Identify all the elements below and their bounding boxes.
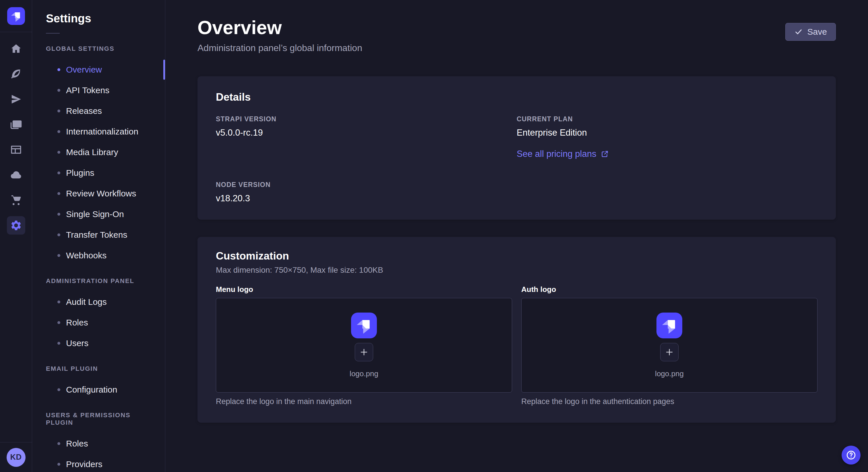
pricing-plans-link[interactable]: See all pricing plans: [517, 149, 609, 159]
menu-logo-caption: Replace the logo in the main navigation: [216, 397, 512, 406]
strapi-logo-icon: [7, 7, 25, 25]
paper-plane-icon: [10, 93, 22, 105]
subnav-item-releases[interactable]: Releases: [32, 101, 165, 121]
rail-user-section: KD: [0, 442, 32, 472]
images-icon: [10, 119, 22, 131]
home-icon: [10, 43, 22, 55]
details-card: Details STRAPI VERSION v5.0.0-rc.19 CURR…: [197, 76, 836, 220]
bullet-icon: [57, 68, 60, 71]
subnav-item-media-library[interactable]: Media Library: [32, 142, 165, 163]
nav-list-global-settings: Overview API Tokens Releases Internation…: [32, 59, 165, 266]
auth-logo-add-button[interactable]: [660, 343, 679, 361]
nav-content-type-builder[interactable]: [7, 65, 25, 83]
customization-card-title: Customization: [216, 250, 817, 262]
main-content: Overview Administration panel’s global i…: [165, 0, 868, 472]
nav-marketplace[interactable]: [7, 191, 25, 209]
nav-deploy[interactable]: [7, 166, 25, 184]
menu-logo-label: Menu logo: [216, 285, 512, 294]
settings-subnav: Settings GLOBAL SETTINGS Overview API To…: [32, 0, 165, 472]
bullet-icon: [57, 442, 60, 445]
subnav-item-admin-roles[interactable]: Roles: [32, 312, 165, 333]
rail-nav-buttons: [0, 32, 32, 235]
subnav-item-label: Internationalization: [66, 127, 138, 136]
subnav-item-audit-logs[interactable]: Audit Logs: [32, 292, 165, 312]
subnav-item-label: Media Library: [66, 147, 118, 157]
subnav-item-label: Webhooks: [66, 250, 106, 260]
auth-logo-dropzone[interactable]: logo.png: [521, 298, 817, 393]
workspace-logo[interactable]: [0, 0, 32, 32]
menu-logo-block: Menu logo logo.png Replace the logo in t…: [216, 285, 512, 406]
subnav-item-internationalization[interactable]: Internationalization: [32, 121, 165, 142]
gear-icon: [10, 220, 22, 231]
bullet-icon: [57, 321, 60, 324]
strapi-version-label: STRAPI VERSION: [216, 115, 517, 123]
save-button[interactable]: Save: [785, 23, 836, 41]
page-header: Overview Administration panel’s global i…: [197, 18, 836, 53]
menu-logo-add-button[interactable]: [355, 343, 373, 361]
subnav-item-label: Roles: [66, 439, 88, 448]
page-subtitle: Administration panel’s global informatio…: [197, 43, 362, 53]
check-icon: [794, 28, 803, 36]
subnav-title: Settings: [46, 12, 151, 25]
page-title: Overview: [197, 18, 362, 38]
current-plan-field: CURRENT PLAN Enterprise Edition See all …: [517, 115, 817, 159]
node-version-label: NODE VERSION: [216, 181, 517, 189]
bullet-icon: [57, 233, 60, 236]
subnav-item-up-roles[interactable]: Roles: [32, 433, 165, 454]
subnav-divider: [46, 33, 60, 34]
node-version-value: v18.20.3: [216, 193, 517, 204]
nav-home[interactable]: [7, 40, 25, 58]
subnav-item-label: API Tokens: [66, 86, 110, 95]
app-root: KD Settings GLOBAL SETTINGS Overview API…: [0, 0, 868, 472]
subnav-item-label: Transfer Tokens: [66, 230, 127, 240]
subnav-item-email-configuration[interactable]: Configuration: [32, 379, 165, 400]
subnav-item-admin-users[interactable]: Users: [32, 333, 165, 353]
subnav-item-up-providers[interactable]: Providers: [32, 454, 165, 472]
save-button-label: Save: [807, 27, 827, 37]
subnav-item-label: Roles: [66, 318, 88, 328]
bullet-icon: [57, 130, 60, 133]
details-grid: STRAPI VERSION v5.0.0-rc.19 CURRENT PLAN…: [216, 115, 817, 204]
subnav-item-webhooks[interactable]: Webhooks: [32, 245, 165, 266]
subnav-item-plugins[interactable]: Plugins: [32, 163, 165, 183]
nav-settings[interactable]: [7, 216, 25, 235]
subnav-item-transfer-tokens[interactable]: Transfer Tokens: [32, 225, 165, 245]
bullet-icon: [57, 213, 60, 216]
plus-icon: [664, 347, 674, 357]
auth-logo-label: Auth logo: [521, 285, 817, 294]
bullet-icon: [57, 89, 60, 92]
subnav-item-label: Users: [66, 338, 88, 348]
auth-logo-file-name: logo.png: [655, 369, 684, 378]
help-button[interactable]: [842, 446, 861, 465]
bullet-icon: [57, 463, 60, 466]
nav-list-users-permissions-plugin: Roles Providers: [32, 433, 165, 472]
subnav-item-review-workflows[interactable]: Review Workflows: [32, 183, 165, 204]
external-link-icon: [601, 150, 609, 158]
details-grid-spacer: [517, 181, 817, 204]
plus-icon: [359, 347, 369, 357]
subnav-item-api-tokens[interactable]: API Tokens: [32, 80, 165, 101]
details-card-title: Details: [216, 91, 817, 103]
subnav-item-label: Providers: [66, 460, 102, 469]
question-mark-icon: [846, 450, 857, 461]
nav-content-manager[interactable]: [7, 140, 25, 159]
strapi-logo-icon: [656, 312, 682, 338]
strapi-version-field: STRAPI VERSION v5.0.0-rc.19: [216, 115, 517, 159]
nav-releases[interactable]: [7, 90, 25, 108]
page-header-text: Overview Administration panel’s global i…: [197, 18, 362, 53]
subnav-header: Settings: [32, 0, 165, 34]
subnav-item-single-sign-on[interactable]: Single Sign-On: [32, 204, 165, 225]
bullet-icon: [57, 192, 60, 195]
nav-media-library[interactable]: [7, 115, 25, 134]
subnav-item-label: Overview: [66, 65, 102, 74]
subnav-item-overview[interactable]: Overview: [32, 59, 165, 80]
menu-logo-dropzone[interactable]: logo.png: [216, 298, 512, 393]
bullet-icon: [57, 388, 60, 391]
main-nav-rail: KD: [0, 0, 32, 472]
cloud-icon: [10, 169, 22, 181]
feather-icon: [10, 68, 22, 80]
customization-card-subtitle: Max dimension: 750×750, Max file size: 1…: [216, 266, 817, 275]
cart-icon: [10, 194, 22, 206]
section-label-users-permissions-plugin: USERS & PERMISSIONS PLUGIN: [46, 411, 151, 427]
user-avatar[interactable]: KD: [7, 448, 26, 467]
